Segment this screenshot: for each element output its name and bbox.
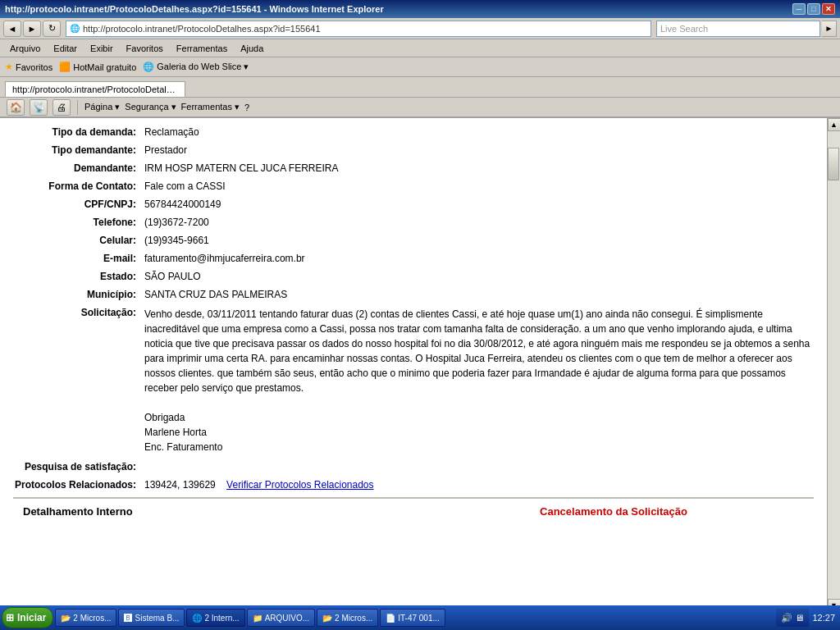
maximize-button[interactable]: □ [807,3,820,15]
help-label: ? [244,103,249,112]
taskbar-icon-2: 🌐 [192,614,202,623]
search-bar[interactable]: Live Search [656,21,820,37]
label-protocolos: Protocolos Relacionados: [13,479,144,491]
start-label: Iniciar [17,612,46,623]
windows-logo: ⊞ [6,612,14,623]
taskbar-item-3[interactable]: 📁 ARQUIVO... [247,609,315,627]
scroll-up-button[interactable]: ▲ [828,118,841,131]
solicitacao-footer2: Marlene Horta [144,425,814,440]
detalhamento-label: Detalhamento Interno [23,505,133,518]
taskbar-label-3: ARQUIVO... [265,614,309,623]
rss-icon[interactable]: 📡 [30,99,48,116]
menu-editar[interactable]: Editar [48,42,82,55]
window-title: http://protocolo.intranet/ProtocoloDetal… [5,4,792,14]
value-cpf-cnpj: 56784424000149 [144,199,814,210]
tab-bar: http://protocolo.intranet/ProtocoloDetal… [0,77,840,97]
close-button[interactable]: ✕ [822,3,835,15]
taskbar-item-0[interactable]: 📂 2 Micros... [55,609,116,627]
taskbar-item-2[interactable]: 🌐 2 Intern... [186,609,244,627]
label-tipo-demandante: Tipo demandante: [13,144,144,156]
value-protocolos: 139424, 139629 Verificar Protocolos Rela… [144,479,814,491]
value-email: faturamento@ihmjucaferreira.com.br [144,253,814,264]
title-bar: http://protocolo.intranet/ProtocoloDetal… [0,0,840,18]
refresh-button[interactable]: ↻ [43,21,61,37]
start-button[interactable]: ⊞ Iniciar [2,607,53,628]
scroll-thumb[interactable] [828,148,839,180]
ferramentas-menu[interactable]: Ferramentas ▾ [181,102,240,112]
value-municipio: SANTA CRUZ DAS PALMEIRAS [144,289,814,300]
cancelamento-label: Cancelamento da Solicitação [540,505,687,518]
menu-exibir[interactable]: Exibir [85,42,118,55]
systray-icons: 🔊 🖥 [776,609,809,627]
home-icon[interactable]: 🏠 [7,99,25,116]
value-telefone: (19)3672-7200 [144,217,814,228]
cancelamento-solicitacao[interactable]: Cancelamento da Solicitação [413,499,814,524]
help-button[interactable]: ? [244,103,249,112]
galeria-icon: 🌐 [143,62,154,72]
taskbar-icon-0: 📂 [61,614,71,623]
page-icon: 🌐 [70,24,80,33]
menu-ajuda[interactable]: Ajuda [235,42,268,55]
taskbar-icon-3: 📁 [253,614,262,623]
label-demandante: Demandante: [13,162,144,174]
page-menu[interactable]: Página ▾ [84,102,120,112]
solicitacao-text: Venho desde, 03/11/2011 tentando faturar… [144,307,814,395]
label-tipo-demanda: Tipo da demanda: [13,126,144,138]
label-estado: Estado: [13,271,144,282]
back-button[interactable]: ◄ [3,21,21,37]
taskbar-icon-1: 🅱 [124,614,132,623]
address-text: http://protocolo.intranet/ProtocoloDetal… [83,24,321,34]
value-tipo-demanda: Reclamação [144,126,814,138]
print-icon[interactable]: 🖨 [52,99,71,116]
menu-bar: Arquivo Editar Exibir Favoritos Ferramen… [0,39,840,57]
field-estado: Estado: SÃO PAULO [13,271,814,282]
taskbar-icon-5: 📄 [386,614,395,623]
window-controls[interactable]: ─ □ ✕ [792,3,835,15]
scroll-track[interactable] [828,131,841,599]
protocolos-numbers: 139424, 139629 [144,479,216,491]
taskbar-item-5[interactable]: 📄 IT-47 001... [380,609,445,627]
verificar-link[interactable]: Verificar Protocolos Relacionados [226,479,373,491]
label-telefone: Telefone: [13,217,144,228]
detalhamento-interno[interactable]: Detalhamento Interno [13,499,413,524]
navigation-bar: ◄ ► ↻ 🌐 http://protocolo.intranet/Protoc… [0,18,840,39]
value-demandante: IRM HOSP MATERN CEL JUCA FERREIRA [144,162,814,174]
field-email: E-mail: faturamento@ihmjucaferreira.com.… [13,253,814,264]
hotmail-link[interactable]: 🟧 HotMail gratuito [59,62,136,72]
minimize-button[interactable]: ─ [792,3,806,15]
menu-arquivo[interactable]: Arquivo [5,42,45,55]
taskbar-label-4: 2 Micros... [335,614,372,623]
toolbar-bar: 🏠 📡 🖨 Página ▾ Segurança ▾ Ferramentas ▾… [0,97,840,118]
solicitacao-footer3: Enc. Faturamento [144,440,814,454]
address-bar[interactable]: 🌐 http://protocolo.intranet/ProtocoloDet… [66,21,651,37]
taskbar-icon-4: 📂 [322,614,332,623]
label-email: E-mail: [13,253,144,264]
favorites-button[interactable]: ★ Favoritos [5,62,52,72]
search-go-button[interactable]: ► [822,21,837,37]
taskbar-label-1: Sistema B... [135,614,179,623]
taskbar-label-2: 2 Intern... [204,614,239,623]
seguranca-menu[interactable]: Segurança ▾ [125,102,176,112]
galeria-link[interactable]: 🌐 Galeria do Web Slice ▾ [143,62,249,72]
taskbar-item-4[interactable]: 📂 2 Micros... [317,609,378,627]
system-tray: 🔊 🖥 12:27 [776,609,838,627]
taskbar-item-1[interactable]: 🅱 Sistema B... [118,609,185,627]
menu-favoritos[interactable]: Favoritos [121,42,168,55]
hotmail-icon: 🟧 [59,62,71,72]
menu-ferramentas[interactable]: Ferramentas [171,42,232,55]
vertical-scrollbar[interactable]: ▲ ▼ [827,118,840,612]
page-label: Página ▾ [84,102,120,112]
value-celular: (19)9345-9661 [144,235,814,246]
field-protocolos: Protocolos Relacionados: 139424, 139629 … [13,479,814,491]
forward-button[interactable]: ► [23,21,41,37]
label-pesquisa: Pesquisa de satisfação: [13,461,144,472]
field-telefone: Telefone: (19)3672-7200 [13,217,814,228]
value-estado: SÃO PAULO [144,271,814,282]
search-placeholder: Live Search [660,24,708,34]
solicitacao-footer1: Obrigada [144,410,814,425]
clock-display: 12:27 [812,613,835,623]
field-pesquisa: Pesquisa de satisfação: [13,461,814,472]
taskbar: ⊞ Iniciar 📂 2 Micros... 🅱 Sistema B... 🌐… [0,605,840,630]
active-tab[interactable]: http://protocolo.intranet/ProtocoloDetal… [5,81,185,97]
field-tipo-demandante: Tipo demandante: Prestador [13,144,814,156]
